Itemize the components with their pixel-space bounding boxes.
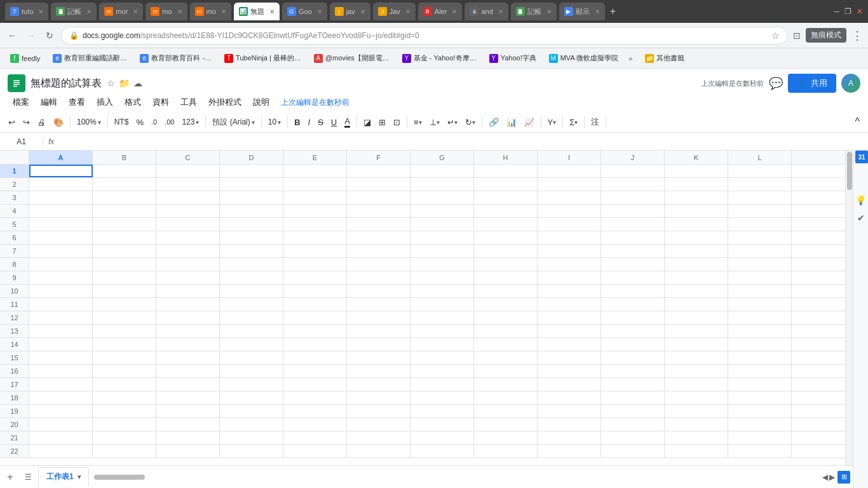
merge-button[interactable]: ⊡ xyxy=(390,116,403,129)
cell-J16[interactable] xyxy=(601,365,665,377)
cell-D22[interactable] xyxy=(220,445,283,458)
cell-A12[interactable] xyxy=(29,311,93,324)
cell-I10[interactable] xyxy=(538,285,601,297)
cell-G19[interactable] xyxy=(410,405,474,417)
comment-icon[interactable]: 💬 xyxy=(769,76,783,90)
cell-I3[interactable] xyxy=(538,191,601,204)
cell-I1[interactable] xyxy=(538,165,601,177)
font-select[interactable]: 預設 (Arial) ▾ xyxy=(209,115,257,130)
cell-K5[interactable] xyxy=(665,218,728,231)
cell-L10[interactable] xyxy=(728,285,792,297)
close-button[interactable]: ✕ xyxy=(857,7,863,16)
cell-E5[interactable] xyxy=(283,218,347,231)
cell-L17[interactable] xyxy=(728,378,792,391)
cell-B1[interactable] xyxy=(93,165,156,177)
tab-and[interactable]: a and ✕ xyxy=(465,3,508,20)
cell-B22[interactable] xyxy=(93,445,156,458)
cell-E10[interactable] xyxy=(283,285,347,297)
cell-C21[interactable] xyxy=(156,431,220,444)
cell-B7[interactable] xyxy=(93,245,156,257)
vertical-scrollbar-thumb[interactable] xyxy=(847,152,852,190)
cell-K12[interactable] xyxy=(665,311,728,324)
tab-none1-close[interactable]: ✕ xyxy=(269,8,275,15)
cell-J19[interactable] xyxy=(601,405,665,417)
cell-H9[interactable] xyxy=(474,271,538,284)
cell-D19[interactable] xyxy=(220,405,283,417)
col-header-D[interactable]: D xyxy=(220,151,283,164)
col-header-F[interactable]: F xyxy=(347,151,410,164)
cell-A13[interactable] xyxy=(29,325,93,337)
cell-G9[interactable] xyxy=(410,271,474,284)
cell-B18[interactable] xyxy=(93,391,156,404)
cell-G6[interactable] xyxy=(410,231,474,244)
cell-F3[interactable] xyxy=(347,191,410,204)
row-header-15[interactable]: 15 xyxy=(0,351,29,364)
menu-data[interactable]: 資料 xyxy=(147,94,174,111)
tab-none1[interactable]: 📊 無題 ✕ xyxy=(234,3,280,20)
cell-F2[interactable] xyxy=(347,178,410,191)
col-header-E[interactable]: E xyxy=(283,151,347,164)
cell-A4[interactable] xyxy=(29,205,93,217)
cell-I17[interactable] xyxy=(538,378,601,391)
cell-B19[interactable] xyxy=(93,405,156,417)
cell-K19[interactable] xyxy=(665,405,728,417)
cell-G10[interactable] xyxy=(410,285,474,297)
cell-B17[interactable] xyxy=(93,378,156,391)
cell-L11[interactable] xyxy=(728,298,792,311)
cell-J9[interactable] xyxy=(601,271,665,284)
menu-addons[interactable]: 外掛程式 xyxy=(203,94,247,111)
cell-L12[interactable] xyxy=(728,311,792,324)
col-header-H[interactable]: H xyxy=(474,151,538,164)
cell-D6[interactable] xyxy=(220,231,283,244)
cell-H18[interactable] xyxy=(474,391,538,404)
cell-I6[interactable] xyxy=(538,231,601,244)
cell-F21[interactable] xyxy=(347,431,410,444)
cell-C11[interactable] xyxy=(156,298,220,311)
link-button[interactable]: 🔗 xyxy=(485,116,502,129)
horizontal-scrollbar-thumb[interactable] xyxy=(94,475,145,480)
sheet-tab-1[interactable]: 工作表1 ▾ xyxy=(38,467,89,487)
row-header-8[interactable]: 8 xyxy=(0,258,29,271)
cell-J1[interactable] xyxy=(601,165,665,177)
cell-E8[interactable] xyxy=(283,258,347,271)
cell-E3[interactable] xyxy=(283,191,347,204)
cell-C18[interactable] xyxy=(156,391,220,404)
tab-ledger1-close[interactable]: ✕ xyxy=(86,8,92,15)
cell-I7[interactable] xyxy=(538,245,601,257)
cell-E2[interactable] xyxy=(283,178,347,191)
cell-I9[interactable] xyxy=(538,271,601,284)
user-avatar[interactable]: A xyxy=(841,74,860,93)
cell-K4[interactable] xyxy=(665,205,728,217)
col-header-I[interactable]: I xyxy=(538,151,601,164)
cell-C9[interactable] xyxy=(156,271,220,284)
cell-K20[interactable] xyxy=(665,418,728,431)
cell-G2[interactable] xyxy=(410,178,474,191)
row-header-21[interactable]: 21 xyxy=(0,431,29,444)
col-header-K[interactable]: K xyxy=(665,151,728,164)
tab-and-close[interactable]: ✕ xyxy=(498,8,503,15)
row-header-5[interactable]: 5 xyxy=(0,218,29,231)
cell-J17[interactable] xyxy=(601,378,665,391)
cell-D13[interactable] xyxy=(220,325,283,337)
cell-D16[interactable] xyxy=(220,365,283,377)
menu-insert[interactable]: 插入 xyxy=(92,94,118,111)
cell-H14[interactable] xyxy=(474,338,538,351)
cell-K10[interactable] xyxy=(665,285,728,297)
cell-A22[interactable] xyxy=(29,445,93,458)
row-header-7[interactable]: 7 xyxy=(0,245,29,257)
sheets-list-button[interactable]: ☰ xyxy=(20,470,36,485)
add-sheet-button[interactable]: + xyxy=(3,470,18,485)
cell-L8[interactable] xyxy=(728,258,792,271)
bookmark-tubeninja[interactable]: T TubeNinja | 最棒的… xyxy=(219,51,306,65)
cell-H3[interactable] xyxy=(474,191,538,204)
cell-L15[interactable] xyxy=(728,351,792,364)
horizontal-scrollbar[interactable] xyxy=(92,473,822,481)
cell-L13[interactable] xyxy=(728,325,792,337)
address-bar[interactable]: 🔒 docs.google.com/spreadsheets/d/1E88-YI… xyxy=(61,27,788,44)
tab-java2-close[interactable]: ✕ xyxy=(405,8,410,15)
cell-A10[interactable] xyxy=(29,285,93,297)
cell-H10[interactable] xyxy=(474,285,538,297)
text-color-button[interactable]: A xyxy=(341,114,353,130)
cell-B12[interactable] xyxy=(93,311,156,324)
row-header-1[interactable]: 1 xyxy=(0,165,29,177)
